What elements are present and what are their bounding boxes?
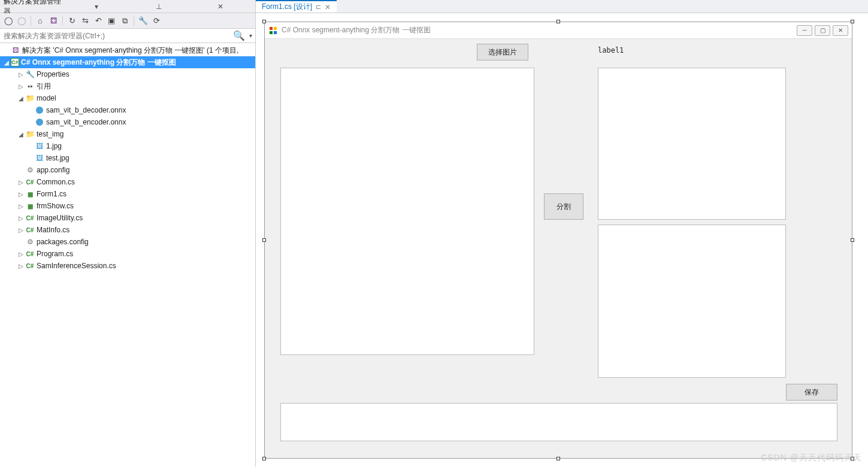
node-label: 引用 [37,81,51,92]
csharp-project-icon: C# [11,58,19,66]
form-icon: ▦ [25,201,35,211]
picturebox-result1[interactable] [598,68,786,220]
expander-icon[interactable]: ▷ [17,263,25,269]
forward-icon[interactable]: ◯ [16,15,28,27]
collapse-icon[interactable]: ⇆ [79,15,91,27]
refresh-icon[interactable]: ↻ [66,15,78,27]
onnx-icon [35,117,44,127]
folder-testimg-node[interactable]: ◢ 📁 test_img [0,128,255,140]
expander-icon[interactable]: ▷ [17,71,25,78]
csharp-icon: C# [25,261,35,271]
resize-handle[interactable] [851,20,854,23]
node-label: sam_vit_b_encoder.onnx [46,118,126,126]
picturebox-result2[interactable] [598,225,786,378]
expander-icon[interactable]: ▷ [17,179,25,186]
expander-icon[interactable]: ▷ [17,83,25,90]
csharp-icon: C# [25,249,35,259]
home-icon[interactable]: ⌂ [34,15,46,27]
file-common-node[interactable]: ▷ C# Common.cs [0,176,255,188]
textbox-log[interactable] [280,403,837,441]
form-body: 选择图片 label1 分割 保存 [265,39,852,458]
picturebox-source[interactable] [280,68,534,355]
undo-icon[interactable]: ↶ [92,15,104,27]
file-form1-node[interactable]: ▷ ▦ Form1.cs [0,188,255,200]
file-decoder-node[interactable]: sam_vit_b_decoder.onnx [0,104,255,116]
dropdown-icon[interactable]: ▾ [66,2,128,11]
config-icon: ⚙ [25,165,35,175]
file-imageutil-node[interactable]: ▷ C# ImageUtility.cs [0,212,255,224]
file-program-node[interactable]: ▷ C# Program.cs [0,248,255,260]
properties-icon[interactable]: 🔧 [137,15,149,27]
preview-icon[interactable]: ⟳ [150,15,162,27]
node-label: Form1.cs [37,190,66,198]
watermark-text: CSDN @天天代码码天天 [761,453,862,463]
close-button[interactable]: ✕ [833,25,848,36]
csharp-icon: C# [25,225,35,235]
expander-icon[interactable]: ◢ [17,95,25,102]
expander-icon[interactable]: ◢ [17,131,25,138]
references-icon: ▪▪ [25,81,35,91]
close-icon[interactable]: ✕ [325,3,331,11]
onnx-icon [35,105,44,115]
svg-rect-1 [274,27,277,30]
maximize-button[interactable]: ▢ [815,25,830,36]
project-node[interactable]: ◢ C# C# Onnx segment-anything 分割万物 一键抠图 [0,56,255,68]
search-input[interactable] [0,32,232,40]
sync-icon[interactable]: ⚃ [47,15,59,27]
editor-area: Form1.cs [设计] ⊏ ✕ C# Onn [256,0,868,467]
solution-explorer-toolbar: ◯ ◯ ⌂ ⚃ ↻ ⇆ ↶ ▣ ⧉ 🔧 ⟳ [0,13,255,29]
solution-tree: ⚄ 解决方案 'C# Onnx segment-anything 分割万物 一键… [0,43,255,467]
solution-search: 🔍 ▾ [0,29,255,43]
file-frmshow-node[interactable]: ▷ ▦ frmShow.cs [0,200,255,212]
config-icon: ⚙ [25,237,35,247]
properties-node[interactable]: ▷ 🔧 Properties [0,68,255,80]
form-icon: ▦ [25,189,35,199]
file-matinfo-node[interactable]: ▷ C# MatInfo.cs [0,224,255,236]
solution-node[interactable]: ⚄ 解决方案 'C# Onnx segment-anything 分割万物 一键… [0,44,255,56]
select-image-button[interactable]: 选择图片 [477,44,528,60]
close-icon[interactable]: ✕ [190,2,252,11]
references-node[interactable]: ▷ ▪▪ 引用 [0,80,255,92]
expander-icon[interactable]: ▷ [17,251,25,257]
node-label: Program.cs [37,250,73,258]
svg-rect-0 [270,27,273,30]
expander-icon[interactable]: ▷ [17,191,25,198]
wrench-icon: 🔧 [25,69,35,79]
image-icon: 🖼 [35,141,44,151]
node-label: SamInferenceSession.cs [37,262,116,270]
tab-form1-design[interactable]: Form1.cs [设计] ⊏ ✕ [256,0,337,13]
csharp-icon: C# [25,213,35,223]
segment-button[interactable]: 分割 [544,193,583,220]
expander-icon[interactable]: ◢ [2,59,11,66]
folder-icon: 📁 [25,93,35,103]
node-label: sam_vit_b_decoder.onnx [46,106,126,114]
save-button[interactable]: 保存 [786,384,837,401]
expander-icon[interactable]: ▷ [17,227,25,234]
expander-icon[interactable]: ▷ [17,203,25,210]
label1[interactable]: label1 [598,46,624,54]
file-packages-node[interactable]: ⚙ packages.config [0,236,255,248]
node-label: packages.config [37,238,89,246]
file-appconfig-node[interactable]: ⚙ app.config [0,164,255,176]
tab-label: Form1.cs [设计] [262,2,312,12]
minimize-button[interactable]: ─ [797,25,812,36]
search-dropdown-icon[interactable]: ▾ [246,32,255,39]
file-saminf-node[interactable]: ▷ C# SamInferenceSession.cs [0,260,255,272]
expander-icon[interactable]: ▷ [17,215,25,222]
file-1jpg-node[interactable]: 🖼 1.jpg [0,140,255,152]
form-window[interactable]: C# Onnx segment-anything 分割万物 一键抠图 ─ ▢ ✕… [264,22,852,459]
node-label: MatInfo.cs [37,226,69,234]
file-encoder-node[interactable]: sam_vit_b_encoder.onnx [0,116,255,128]
show-all-icon[interactable]: ▣ [105,15,117,27]
file-testjpg-node[interactable]: 🖼 test.jpg [0,152,255,164]
folder-model-node[interactable]: ◢ 📁 model [0,92,255,104]
resize-handle[interactable] [557,20,560,23]
pin-icon[interactable]: ⊥ [128,2,190,11]
node-label: app.config [37,166,69,174]
form-designer-surface[interactable]: C# Onnx segment-anything 分割万物 一键抠图 ─ ▢ ✕… [256,13,868,467]
pin-icon[interactable]: ⊏ [316,3,321,11]
search-icon[interactable]: 🔍 [232,30,246,41]
copy-icon[interactable]: ⧉ [119,15,131,27]
resize-handle[interactable] [262,20,266,23]
back-icon[interactable]: ◯ [2,15,14,27]
